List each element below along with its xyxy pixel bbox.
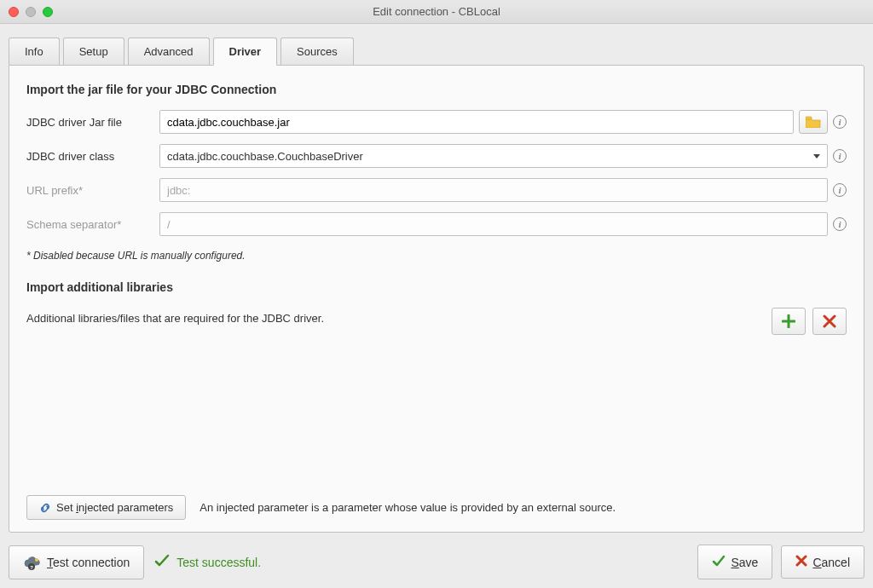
- row-jar-file: JDBC driver Jar file i: [26, 110, 847, 134]
- plus-icon: [782, 314, 795, 328]
- additional-libs-desc: Additional libraries/files that are requ…: [26, 312, 324, 325]
- link-icon: [39, 502, 51, 514]
- row-schema-separator: Schema separator* i: [26, 212, 847, 236]
- tab-info[interactable]: Info: [9, 37, 60, 65]
- url-prefix-input: [159, 178, 828, 202]
- driver-class-select[interactable]: cdata.jdbc.couchbase.CouchbaseDriver: [159, 144, 828, 168]
- info-icon[interactable]: i: [833, 149, 847, 163]
- tab-sources[interactable]: Sources: [280, 37, 354, 65]
- url-prefix-label: URL prefix*: [26, 184, 159, 197]
- window-title: Edit connection - CBLocal: [0, 5, 873, 18]
- x-icon: [823, 314, 836, 328]
- svg-point-3: [35, 558, 38, 562]
- remove-library-button[interactable]: [812, 308, 847, 335]
- chevron-down-icon: [813, 154, 820, 159]
- save-label: Save: [731, 556, 758, 569]
- info-icon[interactable]: i: [833, 115, 847, 129]
- close-window-button[interactable]: [9, 7, 19, 17]
- zoom-window-button[interactable]: [43, 7, 53, 17]
- tabs-row: Info Setup Advanced Driver Sources: [9, 37, 864, 65]
- test-connection-button[interactable]: ? Test connection: [9, 545, 144, 579]
- cancel-label: Cancel: [812, 556, 850, 569]
- save-button[interactable]: Save: [697, 545, 772, 579]
- additional-libs-heading: Import additional libraries: [26, 280, 847, 294]
- info-icon[interactable]: i: [833, 183, 847, 197]
- checkmark-icon: [154, 553, 170, 571]
- tab-setup[interactable]: Setup: [63, 37, 124, 65]
- jar-file-label: JDBC driver Jar file: [26, 116, 159, 129]
- traffic-lights: [0, 7, 53, 17]
- checkmark-icon: [712, 554, 726, 570]
- driver-class-value: cdata.jdbc.couchbase.CouchbaseDriver: [167, 150, 363, 163]
- x-icon: [795, 555, 807, 569]
- folder-icon: [806, 116, 821, 128]
- dialog-body: Info Setup Advanced Driver Sources Impor…: [0, 24, 873, 588]
- cancel-button[interactable]: Cancel: [781, 545, 864, 579]
- info-icon[interactable]: i: [833, 217, 847, 231]
- injected-button-label: Set injected parameters: [56, 501, 173, 514]
- tab-advanced[interactable]: Advanced: [128, 37, 210, 65]
- row-url-prefix: URL prefix* i: [26, 178, 847, 202]
- add-library-button[interactable]: [772, 308, 806, 335]
- set-injected-parameters-button[interactable]: Set injected parameters: [26, 495, 186, 520]
- injected-desc: An injected parameter is a parameter who…: [199, 501, 616, 514]
- tab-content-driver: Import the jar file for your JDBC Connec…: [9, 65, 864, 533]
- disabled-note: * Disabled because URL is manually confi…: [26, 250, 847, 262]
- test-result-text: Test successful.: [176, 556, 261, 569]
- schema-separator-label: Schema separator*: [26, 218, 159, 231]
- test-connection-label: Test connection: [47, 556, 130, 569]
- test-result: Test successful.: [154, 553, 261, 571]
- schema-separator-input: [159, 212, 828, 236]
- row-driver-class: JDBC driver class cdata.jdbc.couchbase.C…: [26, 144, 847, 168]
- title-bar: Edit connection - CBLocal: [0, 0, 873, 24]
- footer-bar: ? Test connection Test successful. Save: [9, 545, 864, 579]
- cloud-question-icon: ?: [23, 555, 42, 570]
- import-jar-heading: Import the jar file for your JDBC Connec…: [26, 83, 847, 96]
- jar-file-input[interactable]: [159, 110, 794, 134]
- svg-text:?: ?: [30, 565, 33, 570]
- svg-rect-0: [806, 117, 812, 119]
- minimize-window-button[interactable]: [26, 7, 36, 17]
- browse-jar-button[interactable]: [799, 110, 828, 134]
- driver-class-label: JDBC driver class: [26, 150, 159, 163]
- tab-driver[interactable]: Driver: [213, 37, 278, 66]
- injected-row: Set injected parameters An injected para…: [26, 495, 847, 520]
